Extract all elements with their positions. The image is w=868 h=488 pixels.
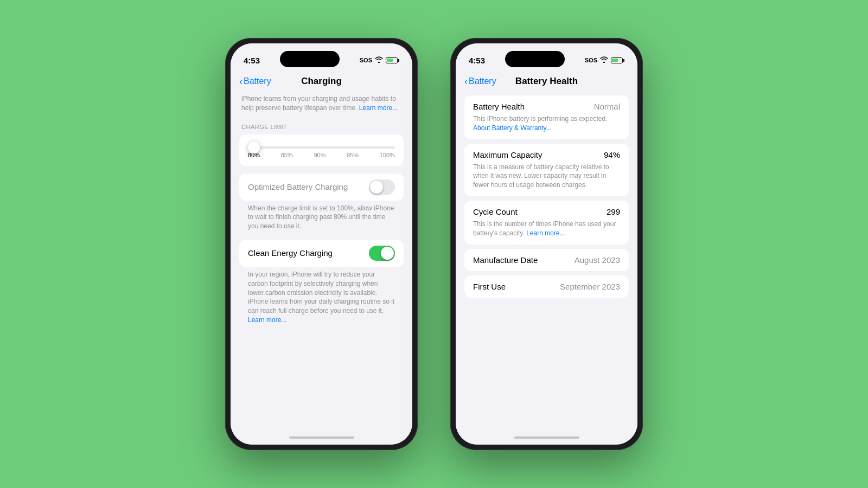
- status-time-right: 4:53: [469, 56, 485, 65]
- back-button-left[interactable]: ‹ Battery: [239, 76, 271, 86]
- maximum-capacity-card: Maximum Capacity 94% This is a measure o…: [464, 144, 629, 196]
- optimized-charging-desc: When the charge limit is set to 100%, al…: [239, 201, 404, 236]
- wifi-icon-left: [375, 56, 383, 65]
- home-indicator-left: [231, 431, 412, 445]
- clean-energy-card: Clean Energy Charging: [239, 240, 404, 267]
- battery-health-header: Battery Health Normal: [464, 95, 629, 113]
- optimized-charging-row[interactable]: Optimized Battery Charging: [239, 174, 404, 201]
- manufacture-date-row: Manufacture Date August 2023: [464, 249, 629, 271]
- slider-ticks: 80% 85% 90% 95% 100%: [248, 152, 395, 158]
- phone-left: 4:53 SOS ‹ Battery Chargin: [225, 38, 418, 450]
- slider-thumb[interactable]: [248, 142, 260, 153]
- tick-100: 100%: [380, 152, 395, 158]
- optimized-charging-knob: [370, 181, 383, 194]
- first-use-value: September 2023: [560, 282, 620, 291]
- home-bar-right: [514, 436, 579, 439]
- optimized-charging-section: Optimized Battery Charging When the char…: [239, 174, 404, 236]
- back-label-left: Battery: [244, 76, 271, 86]
- home-indicator-right: [456, 431, 637, 445]
- tick-90: 90%: [314, 152, 326, 158]
- learn-more-clean-energy[interactable]: Learn more...: [248, 316, 286, 324]
- battery-health-card: Battery Health Normal This iPhone batter…: [464, 95, 629, 139]
- optimized-charging-card: Optimized Battery Charging: [239, 174, 404, 201]
- battery-health-title: Battery Health: [473, 102, 525, 111]
- wifi-icon-right: [600, 56, 608, 65]
- optimized-charging-toggle[interactable]: [369, 179, 395, 195]
- sos-icon-right: SOS: [585, 57, 597, 63]
- cycle-count-desc: This is the number of times iPhone has u…: [464, 219, 629, 245]
- clean-energy-toggle[interactable]: [369, 246, 395, 261]
- home-bar-left: [289, 436, 354, 439]
- maximum-capacity-header: Maximum Capacity 94%: [464, 144, 629, 162]
- phone-right-screen: 4:53 SOS ‹ Battery Battery: [456, 43, 637, 445]
- manufacture-date-label: Manufacture Date: [473, 255, 538, 265]
- back-button-right[interactable]: ‹ Battery: [464, 76, 496, 86]
- optimized-charging-label: Optimized Battery Charging: [248, 182, 348, 191]
- nav-title-right: Battery Health: [515, 76, 578, 87]
- cycle-count-card: Cycle Count 299 This is the number of ti…: [464, 201, 629, 245]
- status-bar-left: 4:53 SOS: [231, 43, 412, 73]
- screen-content-left: iPhone learns from your charging and usa…: [231, 91, 412, 431]
- tick-95: 95%: [347, 152, 359, 158]
- maximum-capacity-value: 94%: [604, 150, 620, 159]
- status-icons-left: SOS: [360, 56, 399, 65]
- clean-energy-desc: In your region, iPhone will try to reduc…: [239, 267, 404, 330]
- slider-card: 80% 85% 90% 95% 100%: [239, 134, 404, 166]
- clean-energy-label: Clean Energy Charging: [248, 248, 333, 258]
- phone-left-screen: 4:53 SOS ‹ Battery Chargin: [231, 43, 412, 445]
- sos-icon-left: SOS: [360, 57, 372, 63]
- clean-energy-knob: [381, 247, 394, 260]
- first-use-row: First Use September 2023: [464, 275, 629, 298]
- maximum-capacity-title: Maximum Capacity: [473, 150, 542, 159]
- slider-track[interactable]: [248, 146, 395, 149]
- back-chevron-left: ‹: [239, 76, 242, 86]
- status-icons-right: SOS: [585, 56, 624, 65]
- battery-warranty-link[interactable]: About Battery & Warranty...: [473, 124, 552, 132]
- nav-bar-right: ‹ Battery Battery Health: [456, 73, 637, 91]
- learn-more-top-left[interactable]: Learn more...: [359, 104, 398, 112]
- charge-limit-section: CHARGE LIMIT 80% 85% 90% 95% 100%: [239, 124, 404, 166]
- back-label-right: Battery: [469, 76, 496, 86]
- maximum-capacity-desc: This is a measure of battery capacity re…: [464, 162, 629, 196]
- dynamic-island-right: [505, 51, 565, 67]
- battery-health-section: Battery Health Normal This iPhone batter…: [464, 95, 629, 298]
- top-description-left: iPhone learns from your charging and usa…: [231, 91, 412, 117]
- status-bar-right: 4:53 SOS: [456, 43, 637, 73]
- manufacture-date-value: August 2023: [575, 255, 620, 265]
- dynamic-island-left: [280, 51, 340, 67]
- phone-right: 4:53 SOS ‹ Battery Battery: [450, 38, 643, 450]
- battery-health-desc: This iPhone battery is performing as exp…: [464, 113, 629, 139]
- cycle-count-header: Cycle Count 299: [464, 201, 629, 219]
- tick-85: 85%: [281, 152, 293, 158]
- first-use-label: First Use: [473, 282, 506, 291]
- battery-icon-left: [386, 57, 399, 63]
- charge-limit-label: CHARGE LIMIT: [239, 124, 404, 130]
- cycle-count-title: Cycle Count: [473, 207, 518, 216]
- cycle-count-value: 299: [607, 207, 620, 216]
- clean-energy-section: Clean Energy Charging In your region, iP…: [239, 240, 404, 330]
- clean-energy-row[interactable]: Clean Energy Charging: [239, 240, 404, 267]
- screen-content-right: Battery Health Normal This iPhone batter…: [456, 91, 637, 431]
- cycle-count-link[interactable]: Learn more...: [526, 229, 565, 237]
- nav-bar-left: ‹ Battery Charging: [231, 73, 412, 91]
- battery-health-value: Normal: [594, 102, 620, 111]
- nav-title-left: Charging: [301, 76, 342, 87]
- battery-icon-right: [611, 57, 624, 63]
- status-time-left: 4:53: [244, 56, 260, 65]
- back-chevron-right: ‹: [464, 76, 468, 86]
